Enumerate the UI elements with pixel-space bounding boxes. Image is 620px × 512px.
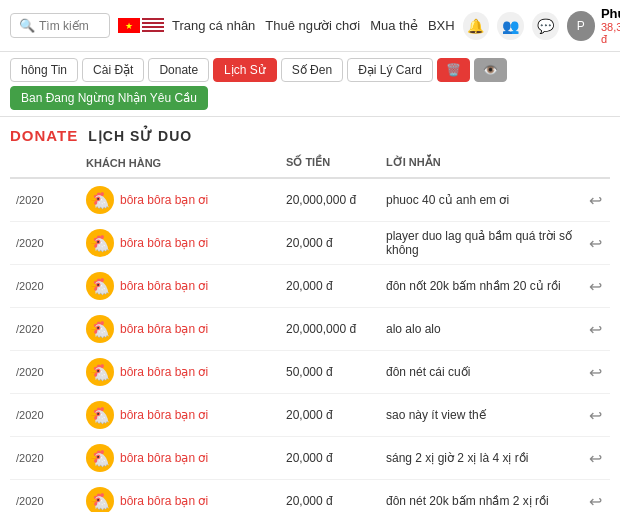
search-icon: 🔍 (19, 18, 35, 33)
col-header-amount: SỐ TIỀN (280, 148, 380, 178)
cell-action: ↩ (580, 394, 610, 437)
avatar: P (567, 11, 595, 41)
table-row: /2020 🐔 bôra bôra bạn ơi 20,000 đ sáng 2… (10, 437, 610, 480)
user-info[interactable]: P Phuoc 38,332,600 đ (567, 6, 621, 45)
customer-avatar-icon: 🐔 (86, 186, 114, 214)
table-row: /2020 🐔 bôra bôra bạn ơi 50,000 đ đôn né… (10, 351, 610, 394)
cell-message: sáng 2 xị giờ 2 xị là 4 xị rồi (380, 437, 580, 480)
nav-profile[interactable]: Trang cá nhân (172, 18, 255, 33)
tab-ban-notice[interactable]: Ban Đang Ngừng Nhận Yêu Cầu (10, 86, 208, 110)
cell-action: ↩ (580, 222, 610, 265)
user-details: Phuoc 38,332,600 đ (601, 6, 620, 45)
header: 🔍 Trang cá nhân Thuê người chơi Mua thẻ … (0, 0, 620, 52)
page-title-donate: DONATE (10, 127, 78, 144)
cell-action: ↩ (580, 265, 610, 308)
search-box[interactable]: 🔍 (10, 13, 110, 38)
cell-amount: 20,000,000 đ (280, 178, 380, 222)
customer-name[interactable]: bôra bôra bạn ơi (120, 408, 208, 422)
cell-message: alo alo alo (380, 308, 580, 351)
tabs-bar: hông Tin Cài Đặt Donate Lịch Sử Số Đen Đ… (0, 52, 620, 117)
customer-name[interactable]: bôra bôra bạn ơi (120, 193, 208, 207)
customer-avatar-icon: 🐔 (86, 358, 114, 386)
reply-button[interactable]: ↩ (589, 278, 602, 295)
cell-customer: 🐔 bôra bôra bạn ơi (80, 480, 280, 513)
cell-amount: 20,000 đ (280, 480, 380, 513)
cell-action: ↩ (580, 178, 610, 222)
customer-name[interactable]: bôra bôra bạn ơi (120, 494, 208, 508)
flag-vn-icon[interactable] (118, 18, 140, 33)
cell-date: /2020 (10, 308, 80, 351)
cell-customer: 🐔 bôra bôra bạn ơi (80, 265, 280, 308)
reply-button[interactable]: ↩ (589, 493, 602, 510)
user-balance: 38,332,600 đ (601, 21, 620, 45)
cell-action: ↩ (580, 437, 610, 480)
chat-icon[interactable]: 💬 (532, 12, 559, 40)
cell-amount: 20,000 đ (280, 222, 380, 265)
cell-amount: 20,000 đ (280, 265, 380, 308)
cell-customer: 🐔 bôra bôra bạn ơi (80, 437, 280, 480)
cell-date: /2020 (10, 178, 80, 222)
cell-date: /2020 (10, 265, 80, 308)
table-wrapper: KHÁCH HÀNG SỐ TIỀN LỜI NHẮN /2020 🐔 bôra… (0, 148, 620, 512)
cell-customer: 🐔 bôra bôra bạn ơi (80, 308, 280, 351)
reply-button[interactable]: ↩ (589, 407, 602, 424)
cell-amount: 20,000 đ (280, 394, 380, 437)
flag-us-icon[interactable] (142, 18, 164, 33)
customer-avatar-icon: 🐔 (86, 272, 114, 300)
cell-date: /2020 (10, 222, 80, 265)
cell-date: /2020 (10, 437, 80, 480)
cell-amount: 20,000 đ (280, 437, 380, 480)
reply-button[interactable]: ↩ (589, 321, 602, 338)
user-name: Phuoc (601, 6, 620, 21)
tab-lichsu[interactable]: Lịch Sử (213, 58, 277, 82)
cell-amount: 20,000,000 đ (280, 308, 380, 351)
cell-customer: 🐔 bôra bôra bạn ơi (80, 178, 280, 222)
table-row: /2020 🐔 bôra bôra bạn ơi 20,000,000 đ ph… (10, 178, 610, 222)
tab-donate[interactable]: Donate (148, 58, 209, 82)
tab-eye-icon[interactable]: 👁️ (474, 58, 507, 82)
cell-message: đôn nét cái cuối (380, 351, 580, 394)
cell-message: đôn nét 20k bấm nhầm 2 xị rồi (380, 480, 580, 513)
tab-thongtin[interactable]: hông Tin (10, 58, 78, 82)
tab-delete-icon[interactable]: 🗑️ (437, 58, 470, 82)
customer-name[interactable]: bôra bôra bạn ơi (120, 322, 208, 336)
nav-hire[interactable]: Thuê người chơi (265, 18, 360, 33)
customer-name[interactable]: bôra bôra bạn ơi (120, 236, 208, 250)
cell-customer: 🐔 bôra bôra bạn ơi (80, 394, 280, 437)
col-header-customer: KHÁCH HÀNG (80, 148, 280, 178)
customer-avatar-icon: 🐔 (86, 401, 114, 429)
table-row: /2020 🐔 bôra bôra bạn ơi 20,000 đ player… (10, 222, 610, 265)
col-header-message: LỜI NHẮN (380, 148, 580, 178)
table-header-row: KHÁCH HÀNG SỐ TIỀN LỜI NHẮN (10, 148, 610, 178)
cell-date: /2020 (10, 480, 80, 513)
page-title-area: DONATE LỊCH SỬ DUO (0, 117, 620, 148)
cell-amount: 50,000 đ (280, 351, 380, 394)
customer-name[interactable]: bôra bôra bạn ơi (120, 365, 208, 379)
header-nav: Trang cá nhân Thuê người chơi Mua thẻ BX… (172, 18, 455, 33)
page-title-sub: LỊCH SỬ DUO (88, 128, 192, 144)
cell-message: phuoc 40 củ anh em ơi (380, 178, 580, 222)
reply-button[interactable]: ↩ (589, 364, 602, 381)
tab-dailycard[interactable]: Đại Lý Card (347, 58, 433, 82)
nav-leaderboard[interactable]: BXH (428, 18, 455, 33)
cell-action: ↩ (580, 480, 610, 513)
cell-message: sao này ít view thế (380, 394, 580, 437)
nav-buy[interactable]: Mua thẻ (370, 18, 418, 33)
flags (118, 18, 164, 33)
search-input[interactable] (39, 19, 109, 33)
customer-name[interactable]: bôra bôra bạn ơi (120, 451, 208, 465)
cell-message: đôn nốt 20k bấm nhầm 20 củ rồi (380, 265, 580, 308)
reply-button[interactable]: ↩ (589, 192, 602, 209)
tab-soden[interactable]: Số Đen (281, 58, 343, 82)
reply-button[interactable]: ↩ (589, 450, 602, 467)
cell-action: ↩ (580, 308, 610, 351)
table-row: /2020 🐔 bôra bôra bạn ơi 20,000 đ sao nà… (10, 394, 610, 437)
users-icon[interactable]: 👥 (497, 12, 524, 40)
cell-message: player duo lag quả bầm quá trời số không (380, 222, 580, 265)
customer-name[interactable]: bôra bôra bạn ơi (120, 279, 208, 293)
reply-button[interactable]: ↩ (589, 235, 602, 252)
cell-date: /2020 (10, 351, 80, 394)
customer-avatar-icon: 🐔 (86, 487, 114, 512)
bell-icon[interactable]: 🔔 (463, 12, 490, 40)
tab-caidat[interactable]: Cài Đặt (82, 58, 144, 82)
